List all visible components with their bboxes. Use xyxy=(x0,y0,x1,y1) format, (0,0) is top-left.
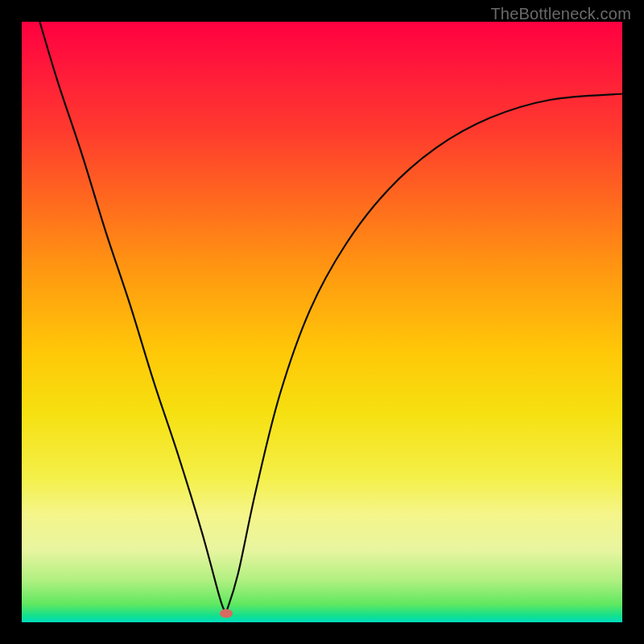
curve-svg xyxy=(22,22,622,622)
watermark-text: TheBottleneck.com xyxy=(490,5,631,23)
minimum-marker xyxy=(220,609,233,617)
bottleneck-curve xyxy=(39,22,622,613)
chart-frame: TheBottleneck.com xyxy=(0,0,644,644)
plot-area xyxy=(22,22,622,622)
